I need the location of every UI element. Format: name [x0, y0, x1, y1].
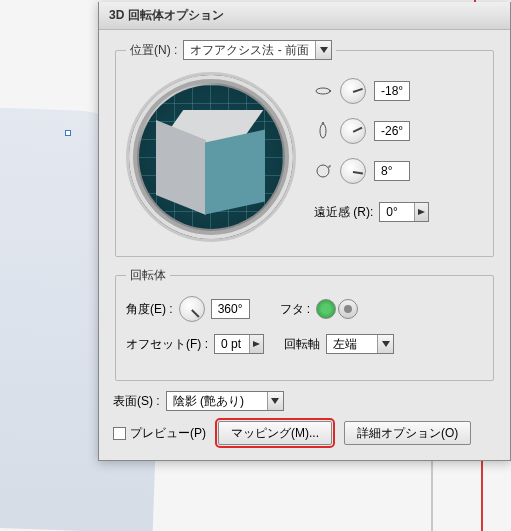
revolve-group: 回転体 角度(E) : 360° フタ : オフセット(F) : 0 pt — [115, 267, 494, 381]
rotate-z-dial[interactable] — [340, 158, 366, 184]
offset-value: 0 pt — [215, 337, 249, 351]
mapping-button-label: マッピング(M)... — [231, 425, 319, 442]
chevron-right-icon[interactable] — [414, 203, 428, 221]
more-options-button[interactable]: 詳細オプション(O) — [344, 421, 471, 445]
position-select-value: オフアクシス法 - 前面 — [184, 42, 315, 59]
rotate-y-input[interactable]: -26° — [374, 121, 410, 141]
svg-point-2 — [317, 165, 329, 177]
axis-select[interactable]: 左端 — [326, 334, 394, 354]
perspective-value: 0° — [380, 205, 414, 219]
cap-off-button[interactable] — [338, 299, 358, 319]
rotate-x-icon — [314, 82, 332, 100]
surface-label: 表面(S) : — [113, 393, 160, 410]
axis-label: 回転軸 — [284, 336, 320, 353]
revolve-legend: 回転体 — [126, 267, 170, 284]
angle-value: 360° — [212, 302, 249, 316]
rotate-y-icon — [314, 122, 332, 140]
rotation-trackball[interactable] — [126, 72, 296, 242]
svg-point-0 — [316, 88, 330, 94]
preview-label: プレビュー(P) — [130, 425, 206, 442]
position-legend: 位置(N) : オフアクシス法 - 前面 — [126, 40, 336, 60]
position-select[interactable]: オフアクシス法 - 前面 — [183, 40, 332, 60]
rotate-x-dial[interactable] — [340, 78, 366, 104]
rotate-y-dial[interactable] — [340, 118, 366, 144]
cap-on-button[interactable] — [316, 299, 336, 319]
dialog-titlebar[interactable]: 3D 回転体オプション — [99, 2, 510, 30]
preview-checkbox[interactable]: プレビュー(P) — [113, 425, 206, 442]
axis-select-value: 左端 — [327, 336, 377, 353]
angle-label: 角度(E) : — [126, 301, 173, 318]
dialog-title: 3D 回転体オプション — [109, 7, 224, 24]
rotate-x-value: -18° — [375, 84, 409, 98]
chevron-down-icon — [377, 335, 393, 353]
rotate-z-icon — [314, 162, 332, 180]
perspective-input[interactable]: 0° — [379, 202, 429, 222]
chevron-right-icon[interactable] — [249, 335, 263, 353]
chevron-down-icon — [267, 392, 283, 410]
rotate-y-value: -26° — [375, 124, 409, 138]
cap-label: フタ : — [280, 301, 311, 318]
checkbox-icon — [113, 427, 126, 440]
rotate-z-input[interactable]: 8° — [374, 161, 410, 181]
perspective-label: 遠近感 (R): — [314, 204, 373, 221]
surface-select[interactable]: 陰影 (艶あり) — [166, 391, 284, 411]
chevron-down-icon — [315, 41, 331, 59]
more-options-button-label: 詳細オプション(O) — [357, 425, 458, 442]
offset-label: オフセット(F) : — [126, 336, 208, 353]
surface-select-value: 陰影 (艶あり) — [167, 393, 267, 410]
angle-input[interactable]: 360° — [211, 299, 250, 319]
rotate-z-value: 8° — [375, 164, 409, 178]
offset-input[interactable]: 0 pt — [214, 334, 264, 354]
mapping-button[interactable]: マッピング(M)... — [218, 421, 332, 445]
canvas-anchor-point — [65, 130, 71, 136]
svg-point-1 — [320, 124, 326, 138]
position-group: 位置(N) : オフアクシス法 - 前面 — [115, 40, 494, 257]
rotate-x-input[interactable]: -18° — [374, 81, 410, 101]
3d-revolve-options-dialog: 3D 回転体オプション 位置(N) : オフアクシス法 - 前面 — [98, 2, 511, 461]
angle-dial[interactable] — [179, 296, 205, 322]
position-label: 位置(N) : — [130, 42, 177, 59]
